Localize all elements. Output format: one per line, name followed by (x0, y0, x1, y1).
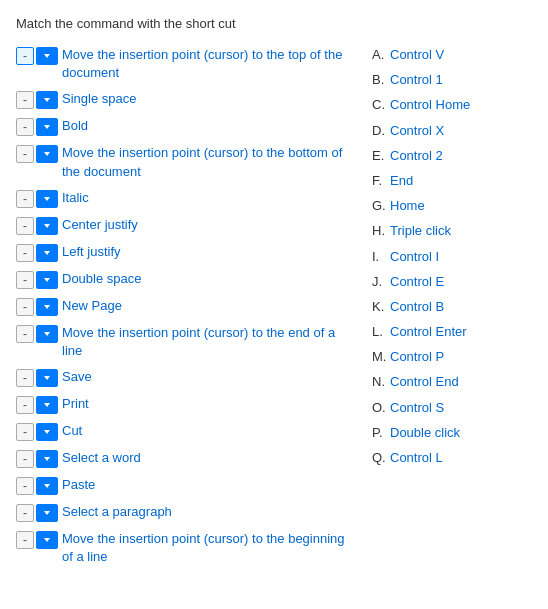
svg-marker-3 (44, 152, 50, 156)
dropdown-group: - (16, 450, 58, 468)
answer-letter: E. (372, 147, 388, 165)
question-row: -Move the insertion point (cursor) to th… (16, 530, 356, 566)
answer-text: Home (390, 197, 425, 215)
question-row: -Save (16, 368, 356, 387)
dropdown-arrow-button[interactable] (36, 244, 58, 262)
dropdown-arrow-button[interactable] (36, 531, 58, 549)
minus-button[interactable]: - (16, 47, 34, 65)
question-row: -Select a paragraph (16, 503, 356, 522)
dropdown-group: - (16, 396, 58, 414)
minus-button[interactable]: - (16, 325, 34, 343)
minus-button[interactable]: - (16, 423, 34, 441)
minus-button[interactable]: - (16, 396, 34, 414)
minus-button[interactable]: - (16, 217, 34, 235)
dropdown-arrow-button[interactable] (36, 91, 58, 109)
question-row: -Move the insertion point (cursor) to th… (16, 144, 356, 180)
dropdown-arrow-button[interactable] (36, 504, 58, 522)
svg-marker-7 (44, 278, 50, 282)
answer-letter: A. (372, 46, 388, 64)
dropdown-arrow-button[interactable] (36, 118, 58, 136)
dropdown-arrow-button[interactable] (36, 217, 58, 235)
answer-letter: H. (372, 222, 388, 240)
svg-marker-14 (44, 484, 50, 488)
dropdown-arrow-button[interactable] (36, 145, 58, 163)
minus-button[interactable]: - (16, 91, 34, 109)
dropdown-arrow-button[interactable] (36, 190, 58, 208)
minus-button[interactable]: - (16, 244, 34, 262)
dropdown-arrow-button[interactable] (36, 298, 58, 316)
main-layout: -Move the insertion point (cursor) to th… (16, 46, 532, 575)
minus-button[interactable]: - (16, 504, 34, 522)
dropdown-arrow-button[interactable] (36, 450, 58, 468)
answer-item: N.Control End (372, 373, 532, 391)
minus-button[interactable]: - (16, 450, 34, 468)
answer-letter: O. (372, 399, 388, 417)
dropdown-group: - (16, 369, 58, 387)
dropdown-arrow-button[interactable] (36, 271, 58, 289)
question-text: Cut (62, 422, 356, 440)
question-text: Left justify (62, 243, 356, 261)
question-text: Move the insertion point (cursor) to the… (62, 144, 356, 180)
dropdown-arrow-button[interactable] (36, 325, 58, 343)
instruction-text: Match the command with the short cut (16, 16, 532, 31)
answer-item: K.Control B (372, 298, 532, 316)
minus-button[interactable]: - (16, 118, 34, 136)
dropdown-arrow-button[interactable] (36, 396, 58, 414)
question-row: -Move the insertion point (cursor) to th… (16, 324, 356, 360)
minus-button[interactable]: - (16, 145, 34, 163)
answer-item: M.Control P (372, 348, 532, 366)
answer-item: D.Control X (372, 122, 532, 140)
answers-column: A.Control VB.Control 1C.Control HomeD.Co… (372, 46, 532, 575)
dropdown-arrow-button[interactable] (36, 47, 58, 65)
svg-marker-5 (44, 224, 50, 228)
minus-button[interactable]: - (16, 190, 34, 208)
minus-button[interactable]: - (16, 298, 34, 316)
answer-text: Control S (390, 399, 444, 417)
answer-item: B.Control 1 (372, 71, 532, 89)
svg-marker-6 (44, 251, 50, 255)
answer-item: Q.Control L (372, 449, 532, 467)
svg-marker-11 (44, 403, 50, 407)
answer-item: P.Double click (372, 424, 532, 442)
dropdown-group: - (16, 217, 58, 235)
answer-text: Control 2 (390, 147, 443, 165)
dropdown-group: - (16, 504, 58, 522)
minus-button[interactable]: - (16, 531, 34, 549)
answer-letter: L. (372, 323, 388, 341)
question-row: -Paste (16, 476, 356, 495)
header: Match the command with the short cut (16, 16, 532, 31)
dropdown-arrow-button[interactable] (36, 369, 58, 387)
answer-text: Control B (390, 298, 444, 316)
answer-text: End (390, 172, 413, 190)
question-row: -Cut (16, 422, 356, 441)
dropdown-arrow-button[interactable] (36, 477, 58, 495)
questions-column: -Move the insertion point (cursor) to th… (16, 46, 356, 575)
answer-letter: N. (372, 373, 388, 391)
answer-item: O.Control S (372, 399, 532, 417)
question-text: Bold (62, 117, 356, 135)
svg-marker-0 (44, 54, 50, 58)
minus-button[interactable]: - (16, 369, 34, 387)
answer-text: Control End (390, 373, 459, 391)
answer-item: C.Control Home (372, 96, 532, 114)
answer-letter: G. (372, 197, 388, 215)
answer-text: Control 1 (390, 71, 443, 89)
answer-letter: P. (372, 424, 388, 442)
svg-marker-4 (44, 197, 50, 201)
minus-button[interactable]: - (16, 271, 34, 289)
question-text: Move the insertion point (cursor) to the… (62, 530, 356, 566)
svg-marker-10 (44, 376, 50, 380)
question-row: -Left justify (16, 243, 356, 262)
dropdown-group: - (16, 47, 58, 65)
question-text: Center justify (62, 216, 356, 234)
question-text: Save (62, 368, 356, 386)
svg-marker-1 (44, 98, 50, 102)
svg-marker-12 (44, 430, 50, 434)
svg-marker-13 (44, 457, 50, 461)
dropdown-group: - (16, 91, 58, 109)
answer-text: Control V (390, 46, 444, 64)
question-row: -Bold (16, 117, 356, 136)
dropdown-arrow-button[interactable] (36, 423, 58, 441)
svg-marker-16 (44, 538, 50, 542)
minus-button[interactable]: - (16, 477, 34, 495)
